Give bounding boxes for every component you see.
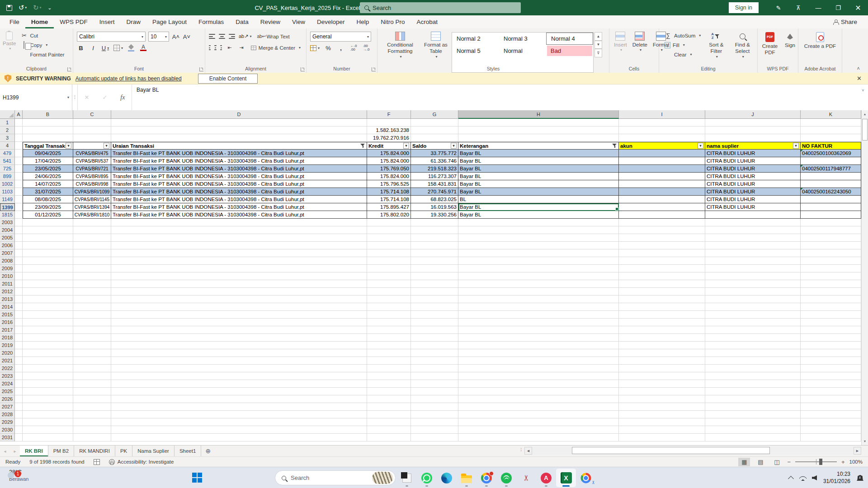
security-warning-message[interactable]: Automatic update of links has been disab… (75, 75, 182, 82)
cell-K[interactable] (801, 134, 861, 142)
cell-C[interactable] (73, 303, 111, 311)
cell-H[interactable] (458, 265, 619, 272)
cell-I[interactable] (619, 319, 705, 326)
hidden-icons-chevron[interactable] (788, 476, 794, 482)
cell-A[interactable] (15, 265, 23, 272)
cell-F[interactable] (367, 349, 411, 357)
gallery-more-icon[interactable]: ⊽ (594, 49, 602, 57)
accounting-format-icon[interactable]: ▾ (310, 43, 320, 52)
cell-H[interactable] (458, 365, 619, 372)
row-number-479[interactable]: 479 (0, 150, 15, 157)
menu-tab-wps-pdf[interactable]: WPS PDF (54, 15, 94, 28)
cell-D[interactable] (111, 219, 367, 226)
row-number-2023[interactable]: 2023 (0, 372, 15, 380)
ribbon-display-options-icon[interactable]: ⊼ (788, 0, 808, 15)
cell-J[interactable] (705, 411, 801, 418)
cell-K[interactable] (801, 173, 861, 180)
cell-F[interactable]: 175.802.020 (367, 211, 411, 219)
cell-A[interactable] (15, 426, 23, 434)
horizontal-scrollbar[interactable]: ◀ ▶ (524, 446, 861, 456)
cell-B[interactable] (23, 349, 73, 357)
cell-A[interactable] (15, 127, 23, 134)
cell-K[interactable] (801, 388, 861, 395)
cell-G[interactable] (411, 380, 458, 388)
cell-B[interactable]: 23/05/2025 (23, 165, 73, 173)
row-number-2012[interactable]: 2012 (0, 288, 15, 296)
cell-F[interactable] (367, 334, 411, 342)
title-search-box[interactable]: Search (360, 2, 521, 13)
cell-A[interactable] (15, 211, 23, 219)
cell-C[interactable]: CVPAS/BRI/1810 (73, 211, 111, 219)
zoom-slider[interactable] (795, 461, 837, 462)
cell-A[interactable] (15, 365, 23, 372)
cell-A[interactable] (15, 326, 23, 334)
cell-C[interactable]: CVPAS/BRI/475 (73, 150, 111, 157)
row-number-3[interactable]: 3 (0, 134, 15, 142)
cell-I[interactable] (619, 257, 705, 265)
underline-button[interactable]: U▾ (101, 43, 109, 52)
clock[interactable]: 10:23 31/01/2026 (823, 471, 850, 485)
cell-I[interactable] (619, 372, 705, 380)
cell-F[interactable] (367, 265, 411, 272)
increase-decimal-icon[interactable]: ←.0.00 (349, 43, 358, 52)
cell-H[interactable]: Bayar BL (458, 180, 619, 188)
table-header-keterangan[interactable]: Keterangan (458, 142, 619, 150)
cell-G[interactable] (411, 365, 458, 372)
cell-D[interactable] (111, 365, 367, 372)
cell-B[interactable] (23, 342, 73, 349)
cell-B[interactable] (23, 411, 73, 418)
cell-C[interactable] (73, 418, 111, 426)
cell-A[interactable] (15, 257, 23, 265)
decrease-font-icon[interactable]: A˅ (183, 32, 191, 41)
table-header-kredit[interactable]: Kredit▾ (367, 142, 411, 150)
cell-F[interactable] (367, 418, 411, 426)
cell-H[interactable] (458, 234, 619, 242)
cell-B[interactable] (23, 365, 73, 372)
clear-button[interactable]: Clear▾ (663, 50, 703, 59)
row-number-1399[interactable]: 1399 (0, 203, 15, 211)
style-normal-2[interactable]: Normal 2 (452, 33, 499, 45)
cell-J[interactable] (705, 372, 801, 380)
bottom-align-icon[interactable] (229, 34, 235, 39)
cell-D[interactable] (111, 426, 367, 434)
cell-J[interactable] (705, 127, 801, 134)
cell-F[interactable] (367, 280, 411, 288)
cell-G[interactable] (411, 234, 458, 242)
cell-A[interactable] (15, 226, 23, 234)
cell-F[interactable]: 175.796.525 (367, 180, 411, 188)
cell-C[interactable] (73, 127, 111, 134)
cell-A[interactable] (15, 203, 23, 211)
cell-G[interactable] (411, 303, 458, 311)
cell-F[interactable]: 175.824.000 (367, 150, 411, 157)
cell-H[interactable] (458, 372, 619, 380)
cell-D[interactable] (111, 280, 367, 288)
cell-C[interactable] (73, 372, 111, 380)
cell-G[interactable]: 270.745.971 (411, 188, 458, 196)
sheet-nav-right-icon[interactable]: ▸ (10, 446, 20, 456)
row-number-2016[interactable]: 2016 (0, 319, 15, 326)
cell-F[interactable] (367, 296, 411, 303)
cell-J[interactable] (705, 388, 801, 395)
fill-color-button[interactable] (127, 43, 135, 52)
cut-button[interactable]: ✂Cut (19, 31, 66, 40)
row-number-1002[interactable]: 1002 (0, 180, 15, 188)
cell-G[interactable]: 19.330.256 (411, 211, 458, 219)
cell-H[interactable]: Bayar BL (458, 211, 619, 219)
cell-B[interactable] (23, 372, 73, 380)
cell-C[interactable] (73, 249, 111, 257)
comma-style-icon[interactable]: , (337, 43, 345, 52)
cell-K[interactable] (801, 326, 861, 334)
row-number-2021[interactable]: 2021 (0, 357, 15, 365)
cell-B[interactable] (23, 326, 73, 334)
cell-H[interactable] (458, 342, 619, 349)
cell-I[interactable] (619, 395, 705, 403)
cell-F[interactable] (367, 119, 411, 127)
cell-C[interactable] (73, 272, 111, 280)
paste-button[interactable]: Paste▾ (0, 31, 19, 59)
cell-I[interactable] (619, 418, 705, 426)
cell-G[interactable] (411, 249, 458, 257)
cell-A[interactable] (15, 434, 23, 441)
minimize-button[interactable]: — (808, 0, 828, 15)
redo-button[interactable]: ↻▾ (33, 4, 41, 12)
cell-I[interactable] (619, 388, 705, 395)
